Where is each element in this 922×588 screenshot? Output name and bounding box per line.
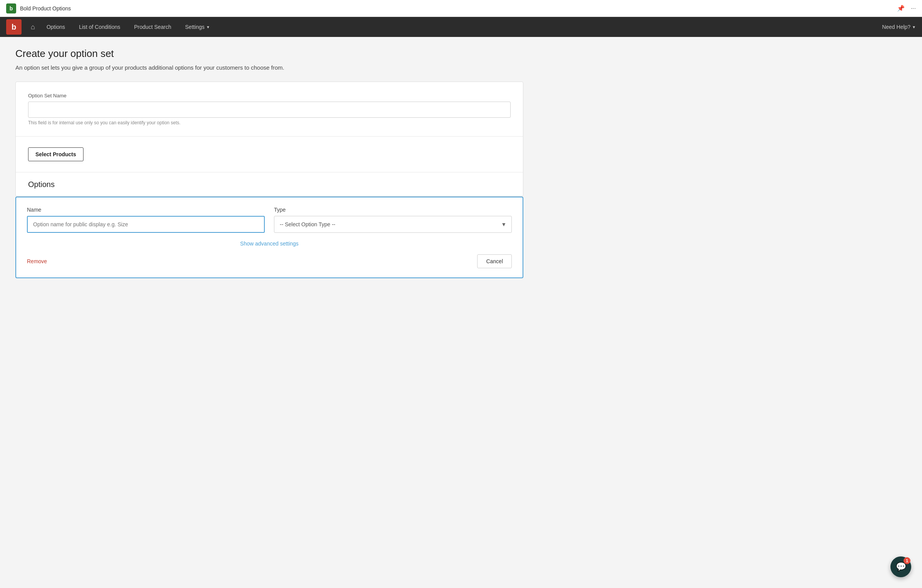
option-set-name-label: Option Set Name (28, 93, 511, 99)
page-title: Create your option set (15, 48, 523, 60)
option-set-name-section: Option Set Name This field is for intern… (16, 82, 523, 137)
select-products-section: Select Products (16, 137, 523, 172)
pin-icon[interactable]: 📌 (897, 5, 905, 12)
option-row-card: Name Type -- Select Option Type -- Dropd… (15, 197, 523, 278)
app-logo-letter: b (10, 5, 13, 12)
nav-item-list-of-conditions[interactable]: List of Conditions (72, 17, 127, 37)
options-heading: Options (16, 172, 523, 196)
cancel-button[interactable]: Cancel (477, 254, 512, 268)
select-products-button[interactable]: Select Products (28, 147, 84, 161)
option-footer: Remove Cancel (27, 254, 512, 268)
nav-logo-letter: b (12, 23, 16, 32)
nav-right: Need Help? ▼ (882, 24, 916, 30)
option-row: Name Type -- Select Option Type -- Dropd… (27, 207, 512, 233)
option-name-label: Name (27, 207, 265, 213)
nav-item-product-search[interactable]: Product Search (127, 17, 179, 37)
option-set-name-hint: This field is for internal use only so y… (28, 120, 511, 125)
nav-left: b ⌂ Options List of Conditions Product S… (6, 17, 217, 37)
top-bar-right: 📌 ··· (897, 5, 916, 12)
option-name-column: Name (27, 207, 265, 233)
option-type-select[interactable]: -- Select Option Type -- Dropdown Radio … (274, 216, 512, 233)
main-card: Option Set Name This field is for intern… (15, 82, 523, 197)
nav-item-settings[interactable]: Settings ▼ (178, 17, 217, 37)
need-help-link[interactable]: Need Help? ▼ (882, 24, 916, 30)
option-type-column: Type -- Select Option Type -- Dropdown R… (274, 207, 512, 233)
nav-item-options[interactable]: Options (40, 17, 72, 37)
nav-bar: b ⌂ Options List of Conditions Product S… (0, 17, 922, 37)
top-bar-left: b Bold Product Options (6, 3, 71, 13)
nav-home[interactable]: ⌂ (26, 17, 40, 37)
option-type-select-wrapper: -- Select Option Type -- Dropdown Radio … (274, 216, 512, 233)
option-type-label: Type (274, 207, 512, 213)
option-set-name-input[interactable] (28, 102, 511, 118)
option-name-input[interactable] (27, 216, 265, 233)
main-content: Create your option set An option set let… (0, 37, 539, 289)
app-logo-square: b (6, 3, 16, 13)
page-subtitle: An option set lets you give a group of y… (15, 64, 523, 71)
settings-chevron-icon: ▼ (206, 25, 210, 29)
nav-logo[interactable]: b (6, 19, 22, 35)
remove-link[interactable]: Remove (27, 258, 47, 264)
advanced-settings-link[interactable]: Show advanced settings (27, 241, 512, 247)
top-bar: b Bold Product Options 📌 ··· (0, 0, 922, 17)
app-title: Bold Product Options (20, 5, 71, 12)
need-help-chevron-icon: ▼ (912, 25, 916, 29)
more-options-icon[interactable]: ··· (911, 5, 916, 12)
